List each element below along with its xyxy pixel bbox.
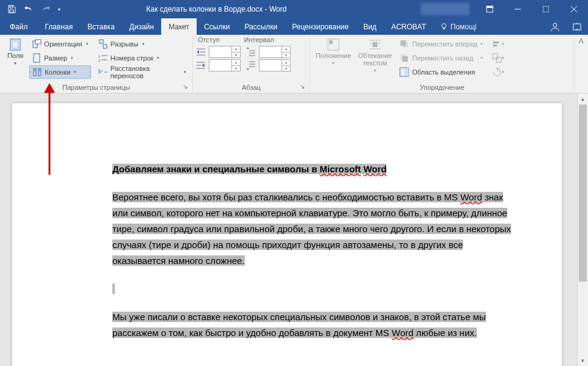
minimize-button[interactable] bbox=[504, 0, 532, 18]
tab-acrobat[interactable]: ACROBAT bbox=[384, 18, 434, 35]
svg-rect-9 bbox=[573, 24, 581, 30]
page-setup-group-label: Параметры страницы ↘ bbox=[4, 82, 189, 92]
svg-rect-57 bbox=[493, 54, 498, 59]
position-icon bbox=[327, 38, 339, 51]
line-numbers-button[interactable]: 12 Номера строк▾ bbox=[96, 51, 189, 65]
hyphenation-label: Расстановка переносов bbox=[111, 65, 180, 79]
position-button[interactable]: Положение ▾ bbox=[314, 37, 353, 82]
account-icon[interactable] bbox=[544, 18, 566, 35]
group-page-setup: Поля ▾ Ориентация▾ Размер▾ Колонки▾ bbox=[0, 35, 193, 93]
breaks-button[interactable]: Разрывы▾ bbox=[96, 37, 189, 51]
orientation-button[interactable]: Ориентация▾ bbox=[29, 37, 90, 51]
paragraph-dialog-launcher[interactable]: ↘ bbox=[299, 83, 306, 90]
orientation-icon bbox=[32, 39, 42, 49]
svg-text:2: 2 bbox=[98, 59, 101, 62]
indent-right-icon bbox=[197, 60, 206, 70]
svg-rect-53 bbox=[405, 68, 408, 76]
indent-label: Отступ bbox=[198, 36, 220, 43]
tab-references[interactable]: Ссылки bbox=[197, 18, 237, 35]
scroll-thumb[interactable] bbox=[579, 104, 587, 282]
tab-view[interactable]: Вид bbox=[356, 18, 384, 35]
tab-insert[interactable]: Вставка bbox=[80, 18, 122, 35]
selection-pane-button[interactable]: Область выделения bbox=[397, 65, 485, 79]
svg-rect-21 bbox=[100, 40, 103, 43]
svg-rect-7 bbox=[443, 27, 445, 29]
breaks-label: Разрывы bbox=[111, 40, 139, 48]
send-backward-label: Переместить назад bbox=[412, 54, 473, 62]
undo-button[interactable] bbox=[21, 2, 37, 16]
tab-design[interactable]: Дизайн bbox=[122, 18, 161, 35]
spacing-before-input[interactable]: ▴▾ bbox=[259, 46, 291, 58]
svg-rect-58 bbox=[496, 57, 501, 62]
svg-rect-11 bbox=[12, 41, 18, 48]
svg-rect-22 bbox=[103, 45, 107, 48]
group-paragraph: Отступ Интервал ▴▾ ▴▾ ▴▾ ▴▾ Абзац ↘ bbox=[193, 35, 310, 93]
spacing-after-input[interactable]: ▴▾ bbox=[259, 59, 291, 71]
orientation-label: Ориентация bbox=[44, 40, 82, 48]
tab-review[interactable]: Рецензирование bbox=[285, 18, 356, 35]
tell-me-button[interactable]: Помощі bbox=[434, 18, 483, 35]
document-paragraph-1[interactable]: Вероятнее всего, вы хотя бы раз сталкива… bbox=[112, 189, 518, 269]
send-backward-button: Переместить назад▾ bbox=[397, 51, 485, 65]
document-paragraph-2[interactable]: Мы уже писали о вставке некоторых специа… bbox=[112, 309, 518, 341]
spacing-label: Интервал bbox=[244, 36, 274, 43]
hyphenation-icon: bᶜ bbox=[98, 67, 108, 77]
spacing-after-icon bbox=[247, 60, 256, 70]
document-page[interactable]: Добавляем знаки и специальные символы в … bbox=[12, 103, 562, 366]
window-controls bbox=[476, 0, 588, 18]
group-arrange: Положение ▾ Обтекание текстом ▾ Перемест… bbox=[310, 35, 575, 93]
bring-forward-label: Переместить вперед bbox=[412, 40, 477, 48]
size-button[interactable]: Размер▾ bbox=[29, 51, 90, 65]
svg-rect-51 bbox=[402, 56, 408, 62]
tab-file[interactable]: Файл bbox=[0, 18, 38, 35]
wrap-text-icon bbox=[369, 38, 381, 51]
scroll-down-button[interactable]: ▾ bbox=[578, 355, 588, 366]
send-backward-icon bbox=[399, 53, 409, 63]
indent-right-input[interactable]: ▴▾ bbox=[209, 59, 241, 71]
qat-customize-button[interactable]: ▾ bbox=[55, 2, 64, 16]
user-account-area[interactable] bbox=[421, 3, 470, 15]
svg-rect-49 bbox=[401, 40, 406, 46]
scroll-up-button[interactable]: ▴ bbox=[578, 93, 588, 104]
line-numbers-label: Номера строк bbox=[111, 54, 154, 62]
document-area: Добавляем знаки и специальные символы в … bbox=[0, 93, 588, 366]
columns-label: Колонки bbox=[45, 68, 70, 76]
page-setup-dialog-launcher[interactable]: ↘ bbox=[181, 83, 189, 90]
svg-rect-56 bbox=[494, 45, 497, 46]
rotate-button: ▾ bbox=[492, 65, 505, 79]
margins-icon bbox=[9, 38, 21, 51]
collapse-ribbon-button[interactable]: ᐱ bbox=[579, 37, 584, 45]
document-heading[interactable]: Добавляем знаки и специальные символы в … bbox=[112, 161, 518, 177]
tab-mailings[interactable]: Рассылки bbox=[237, 18, 285, 35]
close-button[interactable] bbox=[560, 0, 588, 18]
svg-rect-55 bbox=[494, 42, 499, 43]
window-title: Как сделать колонки в Ворде.docx - Word bbox=[67, 5, 415, 13]
maximize-button[interactable] bbox=[532, 0, 560, 18]
save-button[interactable] bbox=[4, 2, 20, 16]
redo-button[interactable] bbox=[38, 2, 54, 16]
chevron-down-icon: ▾ bbox=[14, 60, 16, 66]
indent-left-input[interactable]: ▴▾ bbox=[209, 46, 241, 58]
tab-layout[interactable]: Макет bbox=[161, 18, 197, 35]
tab-home[interactable]: Главная bbox=[38, 18, 81, 35]
document-scroll[interactable]: Добавляем знаки и специальные символы в … bbox=[0, 93, 577, 366]
wrap-text-button[interactable]: Обтекание текстом ▾ bbox=[355, 37, 394, 82]
share-icon[interactable] bbox=[566, 18, 588, 35]
selection-pane-label: Область выделения bbox=[412, 68, 475, 76]
size-icon bbox=[32, 53, 42, 63]
columns-button[interactable]: Колонки▾ bbox=[29, 65, 90, 79]
svg-rect-14 bbox=[34, 54, 40, 62]
title-bar: ▾ Как сделать колонки в Ворде.docx - Wor… bbox=[0, 0, 588, 18]
document-blank-paragraph[interactable] bbox=[112, 281, 518, 297]
margins-button[interactable]: Поля ▾ bbox=[4, 37, 27, 82]
hyphenation-button[interactable]: bᶜ Расстановка переносов▾ bbox=[96, 65, 189, 79]
svg-rect-13 bbox=[35, 40, 41, 44]
arrange-group-label: Упорядочение bbox=[314, 82, 570, 92]
svg-rect-43 bbox=[372, 42, 377, 47]
ribbon: Поля ▾ Ориентация▾ Размер▾ Колонки▾ bbox=[0, 35, 588, 93]
indent-left-icon bbox=[197, 47, 206, 57]
ribbon-display-options-button[interactable] bbox=[476, 0, 504, 18]
svg-point-6 bbox=[441, 23, 446, 27]
quick-access-toolbar: ▾ bbox=[0, 2, 67, 16]
vertical-scrollbar[interactable]: ▴ ▾ bbox=[577, 93, 588, 366]
